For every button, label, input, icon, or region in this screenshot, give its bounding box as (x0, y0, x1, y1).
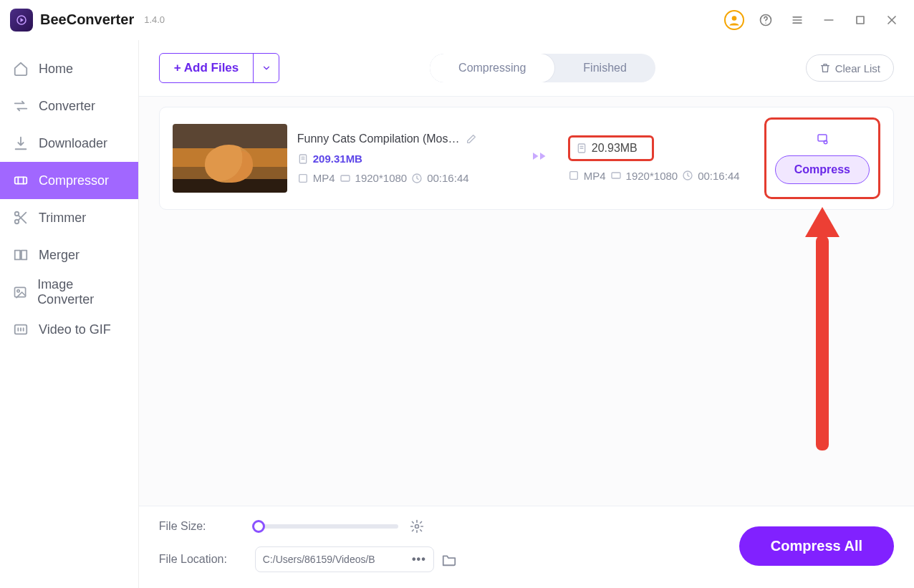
source-size: 209.31MB (313, 153, 362, 165)
tab-finished[interactable]: Finished (554, 54, 655, 82)
clear-list-button[interactable]: Clear List (806, 54, 894, 82)
tab-label: Compressing (458, 62, 526, 74)
sidebar: Home Converter Downloader Compressor Tri… (0, 40, 139, 588)
clock-icon (411, 173, 423, 184)
source-format: MP4 (313, 172, 335, 184)
compress-button[interactable]: Compress (775, 155, 870, 184)
slider-knob[interactable] (252, 520, 265, 533)
resolution-icon (610, 170, 622, 181)
converter-icon (13, 98, 29, 114)
sidebar-item-label: Compressor (39, 173, 109, 188)
target-size: 20.93MB (592, 142, 638, 155)
arrow-icon (522, 145, 558, 172)
sidebar-item-label: Image Converter (37, 277, 125, 307)
compress-all-button[interactable]: Compress All (739, 526, 894, 566)
sidebar-item-merger[interactable]: Merger (0, 236, 138, 274)
sidebar-item-label: Downloader (39, 136, 107, 151)
close-icon[interactable] (880, 8, 904, 32)
maximize-icon[interactable] (848, 8, 872, 32)
file-actions: Compress (764, 117, 880, 199)
svg-rect-23 (299, 174, 307, 182)
filesize-icon (297, 153, 309, 165)
sidebar-item-image-converter[interactable]: Image Converter (0, 274, 138, 311)
svg-point-34 (415, 525, 418, 529)
folder-icon[interactable] (441, 551, 457, 567)
video-thumbnail (173, 124, 287, 193)
help-icon[interactable] (754, 8, 778, 32)
svg-rect-15 (15, 251, 20, 260)
sidebar-item-label: Merger (39, 248, 80, 263)
app-name: BeeConverter (40, 11, 134, 28)
image-icon (13, 284, 27, 300)
home-icon (13, 61, 29, 77)
add-files-dropdown[interactable] (253, 54, 279, 82)
sidebar-item-label: Video to GIF (39, 322, 111, 337)
clear-list-label: Clear List (835, 62, 880, 74)
target-info: 20.93MB MP4 1920*1080 00:16:44 (568, 135, 754, 182)
file-title: Funny Cats Compilation (Mos… (297, 132, 460, 145)
file-location-label: File Location: (159, 553, 245, 566)
format-icon (297, 173, 309, 184)
sidebar-item-home[interactable]: Home (0, 50, 138, 87)
title-bar: BeeConverter 1.4.0 (0, 0, 914, 40)
add-files-label: + Add Files (174, 61, 239, 75)
file-size-label: File Size: (159, 520, 245, 533)
settings-icon[interactable] (816, 132, 829, 145)
svg-marker-1 (21, 18, 24, 22)
svg-point-2 (732, 16, 737, 21)
sidebar-item-video-to-gif[interactable]: Video to GIF (0, 311, 138, 348)
clock-icon (682, 170, 693, 181)
minimize-icon[interactable] (817, 8, 841, 32)
more-icon[interactable]: ••• (412, 553, 426, 566)
svg-rect-9 (857, 16, 864, 24)
sidebar-item-trimmer[interactable]: Trimmer (0, 199, 138, 236)
source-resolution: 1920*1080 (355, 172, 408, 184)
target-format: MP4 (584, 170, 606, 182)
filesize-icon (576, 143, 587, 154)
download-icon (13, 135, 29, 151)
svg-rect-30 (612, 173, 620, 178)
compress-label: Compress (794, 163, 850, 175)
gear-icon[interactable] (410, 519, 424, 534)
target-resolution: 1920*1080 (626, 170, 678, 182)
sidebar-item-converter[interactable]: Converter (0, 87, 138, 125)
compressor-icon (13, 173, 29, 188)
compress-all-label: Compress All (771, 538, 862, 554)
annotation-arrow (808, 207, 837, 450)
account-icon[interactable] (722, 8, 746, 32)
scissors-icon (13, 210, 29, 226)
svg-point-33 (824, 140, 827, 144)
sidebar-item-downloader[interactable]: Downloader (0, 125, 138, 162)
svg-point-4 (765, 22, 766, 23)
svg-rect-24 (341, 175, 350, 181)
annotation-target-size: 20.93MB (568, 135, 654, 161)
gif-icon (13, 322, 29, 337)
menu-icon[interactable] (785, 8, 809, 32)
file-location-input[interactable]: ••• (255, 546, 434, 572)
tab-label: Finished (583, 62, 626, 74)
annotation-compress-box: Compress (764, 117, 880, 199)
sidebar-item-label: Converter (39, 99, 95, 114)
svg-rect-12 (15, 177, 27, 183)
file-card: Funny Cats Compilation (Mos… 209.31MB MP… (159, 107, 894, 210)
add-files-button[interactable]: + Add Files (159, 53, 280, 83)
file-size-slider[interactable] (255, 524, 398, 529)
svg-point-18 (17, 290, 19, 292)
sidebar-item-compressor[interactable]: Compressor (0, 162, 138, 199)
main-panel: + Add Files Compressing Finished Clear L… (139, 40, 914, 588)
svg-rect-16 (21, 251, 27, 260)
app-version: 1.4.0 (144, 14, 165, 25)
source-info: Funny Cats Compilation (Mos… 209.31MB MP… (297, 132, 512, 184)
file-list: Funny Cats Compilation (Mos… 209.31MB MP… (139, 97, 914, 220)
source-duration: 00:16:44 (427, 172, 468, 184)
format-icon (568, 170, 579, 181)
resolution-icon (340, 173, 351, 184)
svg-rect-29 (569, 172, 577, 180)
sidebar-item-label: Trimmer (39, 211, 86, 226)
app-logo (10, 9, 33, 32)
path-field[interactable] (263, 554, 406, 565)
edit-icon[interactable] (466, 133, 477, 145)
toolbar: + Add Files Compressing Finished Clear L… (139, 40, 914, 97)
tab-switch: Compressing Finished (430, 54, 655, 82)
tab-compressing[interactable]: Compressing (430, 54, 554, 82)
